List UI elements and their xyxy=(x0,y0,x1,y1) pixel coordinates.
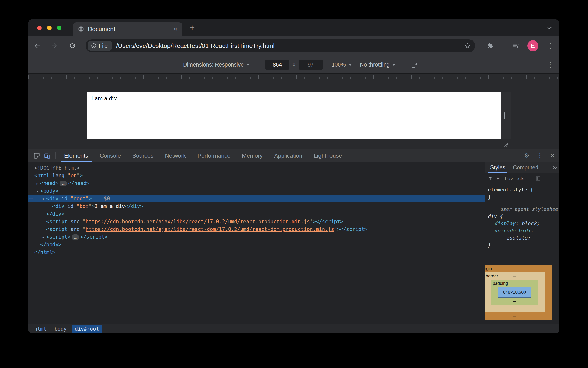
devtools-tab-network[interactable]: Network xyxy=(159,149,192,162)
tab-computed[interactable]: Computed xyxy=(509,162,542,173)
zoom-window-button[interactable] xyxy=(57,26,61,30)
viewport-height-input[interactable]: 97 xyxy=(299,60,322,70)
inspect-element-icon[interactable] xyxy=(31,150,42,161)
chevron-down-icon xyxy=(393,64,395,67)
url-text[interactable]: /Users/eve/Desktop/ReactTest/01-ReactFir… xyxy=(116,42,275,50)
tree-row[interactable]: ▸<head>…</head> xyxy=(28,179,485,187)
padding-label: padding xyxy=(493,281,508,286)
device-toolbar-toggle-icon[interactable] xyxy=(42,150,53,161)
tree-row[interactable]: <div id="box">I am a div</div> xyxy=(28,202,485,210)
dimensions-label: Dimensions: Responsive xyxy=(183,62,244,68)
tree-row[interactable]: </div> xyxy=(28,210,485,218)
device-toolbar-kebab-icon[interactable]: ⋮ xyxy=(547,61,554,69)
dimensions-select[interactable]: Dimensions: Responsive xyxy=(183,62,249,68)
element-style-rule[interactable]: element.style { } xyxy=(485,184,560,203)
breadcrumbs: htmlbodydiv#root xyxy=(31,325,102,333)
tree-row[interactable]: ▾<body> xyxy=(28,187,485,195)
expand-arrow-icon[interactable]: ▸ xyxy=(35,180,40,187)
tree-row[interactable]: <!DOCTYPE html> xyxy=(28,164,485,172)
collapse-arrow-icon[interactable]: ▾ xyxy=(35,187,40,195)
chevron-down-icon xyxy=(247,64,249,67)
browser-menu-kebab-icon[interactable]: ⋮ xyxy=(545,40,556,51)
address-bar[interactable]: File /Users/eve/Desktop/ReactTest/01-Rea… xyxy=(85,39,475,52)
minimize-window-button[interactable] xyxy=(47,26,52,30)
devtools-tab-performance[interactable]: Performance xyxy=(192,149,236,162)
tab-close-icon[interactable]: × xyxy=(173,25,178,33)
margin-label: margin xyxy=(485,266,492,271)
row-menu-dots-icon[interactable]: ⋯ xyxy=(29,195,33,202)
bookmark-star-icon[interactable] xyxy=(464,42,471,49)
viewport-bottom-resize-handle[interactable] xyxy=(87,139,501,149)
more-tabs-chevron-icon[interactable] xyxy=(552,165,558,171)
media-controls-icon[interactable] xyxy=(511,40,521,51)
devtools-tab-application[interactable]: Application xyxy=(268,149,308,162)
devtools-tab-lighthouse[interactable]: Lighthouse xyxy=(308,149,348,162)
rule-selector: div xyxy=(488,213,497,219)
devtools-tab-memory[interactable]: Memory xyxy=(236,149,269,162)
new-tab-button[interactable]: + xyxy=(187,23,197,33)
viewport-right-resize-handle[interactable] xyxy=(501,92,511,139)
toggle-classes-button[interactable]: .cls xyxy=(517,176,524,181)
box-model-padding[interactable]: padding – – 848×18.500 – – xyxy=(491,280,538,305)
tree-row[interactable]: <html lang="en"> xyxy=(28,172,485,179)
tree-row[interactable]: ▸<script>…</script> xyxy=(28,233,485,241)
filter-input[interactable]: F xyxy=(496,176,500,181)
devtools-tab-elements[interactable]: Elements xyxy=(58,149,94,162)
styles-filter-bar: F :hov .cls + xyxy=(485,173,560,184)
forward-button[interactable] xyxy=(49,40,60,51)
close-window-button[interactable] xyxy=(37,26,42,30)
breadcrumb-div#root[interactable]: div#root xyxy=(72,325,102,333)
tree-row[interactable]: <script src="https://cdn.bootcdn.net/aja… xyxy=(28,218,485,225)
browser-tab[interactable]: Document × xyxy=(73,22,182,36)
tab-search-chevron-icon[interactable] xyxy=(545,24,554,31)
expand-arrow-icon[interactable]: ▸ xyxy=(40,233,46,241)
box-model-diagram[interactable]: margin – – border – – xyxy=(485,265,560,320)
filter-funnel-icon[interactable] xyxy=(488,176,493,181)
tree-row[interactable]: </body> xyxy=(28,241,485,248)
devtools-menu-kebab-icon[interactable]: ⋮ xyxy=(537,152,543,159)
tree-row[interactable]: ⋯▾<div id="root"> == $0 xyxy=(28,195,485,202)
tree-row[interactable]: <script src="https://cdn.bootcdn.net/aja… xyxy=(28,225,485,233)
device-toolbar: Dimensions: Responsive 864 × 97 100% No … xyxy=(28,56,560,74)
chevron-down-icon xyxy=(349,64,351,67)
box-model-border[interactable]: border – – padding – – xyxy=(485,272,545,313)
devtools-tab-sources[interactable]: Sources xyxy=(127,149,159,162)
info-icon xyxy=(91,43,97,49)
tree-row[interactable]: </html> xyxy=(28,248,485,256)
back-button[interactable] xyxy=(32,40,42,51)
settings-gear-icon[interactable]: ⚙ xyxy=(524,152,530,159)
devtools-tab-console[interactable]: Console xyxy=(94,149,127,162)
new-style-rule-button[interactable]: + xyxy=(528,175,532,182)
navigation-bar: File /Users/eve/Desktop/ReactTest/01-Rea… xyxy=(28,36,560,56)
rendered-page[interactable]: I am a div xyxy=(87,92,501,139)
zoom-value: 100% xyxy=(332,62,346,68)
viewport-width-input[interactable]: 864 xyxy=(266,60,289,70)
devtools-panel: ElementsConsoleSourcesNetworkPerformance… xyxy=(28,149,560,333)
toggle-hover-state-button[interactable]: :hov xyxy=(503,176,513,181)
rotate-viewport-button[interactable] xyxy=(410,61,418,68)
layout-pane-icon[interactable] xyxy=(536,176,541,181)
css-declaration[interactable]: display: block; xyxy=(488,220,557,227)
viewport-corner-resize-handle[interactable] xyxy=(501,139,511,149)
reload-button[interactable] xyxy=(67,40,78,51)
dimensions-times-label: × xyxy=(291,61,297,68)
extensions-puzzle-icon[interactable] xyxy=(485,40,495,51)
user-agent-rule[interactable]: user agent stylesheet div { display: blo… xyxy=(485,203,560,251)
zoom-select[interactable]: 100% xyxy=(332,62,351,68)
tab-styles[interactable]: Styles xyxy=(487,162,509,173)
devtools-toolbar: ElementsConsoleSourcesNetworkPerformance… xyxy=(28,149,560,162)
devtools-close-icon[interactable]: × xyxy=(550,151,555,160)
viewport-canvas: I am a div xyxy=(28,74,560,149)
styles-rules: element.style { } user agent stylesheet … xyxy=(485,184,560,324)
breadcrumb-html[interactable]: html xyxy=(31,325,49,333)
throttling-select[interactable]: No throttling xyxy=(360,62,395,68)
box-model-margin[interactable]: margin – – border – – xyxy=(485,265,552,320)
file-scheme-chip[interactable]: File xyxy=(88,41,112,51)
profile-avatar[interactable]: E xyxy=(527,40,538,51)
tab-strip: Document × + xyxy=(28,19,560,36)
collapse-arrow-icon[interactable]: ▾ xyxy=(40,195,46,203)
css-declaration[interactable]: unicode-bidi: xyxy=(488,227,557,234)
box-model-content[interactable]: 848×18.500 xyxy=(498,287,532,298)
breadcrumb-body[interactable]: body xyxy=(52,325,70,333)
devtools-statusbar: htmlbodydiv#root xyxy=(28,324,560,333)
